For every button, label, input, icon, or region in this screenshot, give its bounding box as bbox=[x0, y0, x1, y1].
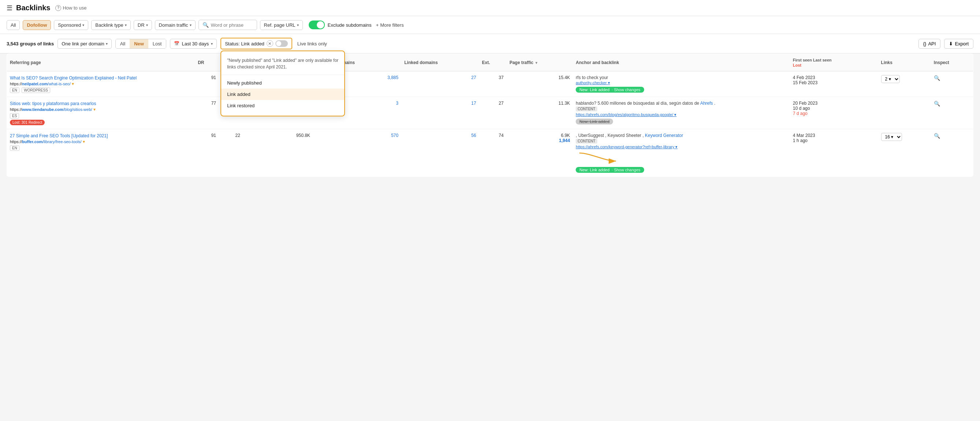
tab-group: All New Lost bbox=[115, 39, 167, 49]
links-cell-2 bbox=[878, 97, 931, 129]
date-range-button[interactable]: 📅 Last 30 days ▾ bbox=[170, 39, 217, 49]
page-traffic-cell-1: 15.4K bbox=[506, 71, 573, 97]
ref-page-title-1[interactable]: What Is SEO? Search Engine Optimization … bbox=[10, 75, 137, 81]
ext-cell-3: 74 bbox=[479, 129, 506, 176]
exclude-subdomains-toggle[interactable] bbox=[309, 21, 325, 29]
filter-sponsored-button[interactable]: Sponsored ▾ bbox=[54, 20, 88, 30]
ref-page-cell-3: 27 Simple and Free SEO Tools [Updated fo… bbox=[7, 129, 195, 176]
tab-new[interactable]: New bbox=[130, 39, 148, 48]
url-expand-icon-3[interactable]: ▾ bbox=[83, 139, 85, 144]
date-range-chevron-icon: ▾ bbox=[211, 42, 213, 46]
plus-icon: + bbox=[376, 22, 379, 28]
dropdown-item-newly-published[interactable]: Newly published bbox=[221, 77, 344, 89]
links-dropdown-1[interactable]: 2 ▾ bbox=[881, 75, 900, 83]
ext-cell-2: 27 bbox=[479, 97, 506, 129]
more-filters-button[interactable]: + More filters bbox=[376, 22, 404, 28]
referring-domains-link-3[interactable]: 570 bbox=[391, 133, 398, 138]
col-header-first-last-seen: First seen Last seen Lost bbox=[790, 54, 878, 71]
search-icon: 🔍 bbox=[202, 22, 209, 28]
word-phrase-search[interactable]: 🔍 bbox=[199, 20, 257, 30]
target-url-3[interactable]: https://ahrefs.com/keyword-generator?ref… bbox=[576, 145, 678, 149]
ref-page-title-2[interactable]: Sitios web: tipos y plataformas para cre… bbox=[10, 101, 96, 106]
col-header-ext[interactable]: Ext. bbox=[479, 54, 506, 71]
col-header-dr[interactable]: DR bbox=[195, 54, 219, 71]
filter-dofollow-button[interactable]: Dofollow bbox=[23, 20, 51, 30]
linked-domains-link-1[interactable]: 27 bbox=[471, 75, 476, 80]
content-badge-2: CONTENT bbox=[576, 106, 597, 111]
referring-domains-link-2[interactable]: 3 bbox=[396, 101, 398, 106]
anchor-cell-2: hablando? 5.600 millones de búsquedas al… bbox=[573, 97, 790, 129]
first-seen-2: 20 Feb 2023 bbox=[793, 101, 875, 106]
linked-domains-cell-1: 27 bbox=[401, 71, 479, 97]
links-dropdown-3[interactable]: 16 ▾ bbox=[881, 133, 902, 141]
export-icon: ⬇ bbox=[949, 41, 953, 46]
status-dropdown-menu: "Newly published" and "Link added" are o… bbox=[221, 51, 345, 116]
inspect-cell-1: 🔍 bbox=[931, 71, 974, 97]
exclude-subdomains-label: Exclude subdomains bbox=[328, 22, 372, 28]
link-per-domain-dropdown[interactable]: One link per domain ▾ bbox=[57, 39, 111, 49]
how-to-use-link[interactable]: ? How to use bbox=[55, 5, 86, 11]
lang-tag-3: EN bbox=[10, 145, 19, 151]
status-pill[interactable]: Status: Link added ✕ bbox=[221, 38, 292, 49]
inspect-icon-3[interactable]: 🔍 bbox=[934, 133, 940, 139]
domain-traffic-label: Domain traffic bbox=[159, 22, 188, 28]
filter-all-button[interactable]: All bbox=[6, 20, 20, 30]
col-header-page-traffic[interactable]: Page traffic ▾ bbox=[506, 54, 573, 71]
status-clear-button[interactable]: ✕ bbox=[267, 40, 273, 47]
inspect-icon-2[interactable]: 🔍 bbox=[934, 101, 940, 106]
dropdown-item-link-restored[interactable]: Link restored bbox=[221, 100, 344, 111]
filter-domain-traffic-button[interactable]: Domain traffic ▾ bbox=[155, 20, 196, 30]
anchor-text-2: hablando? 5.600 millones de búsquedas al… bbox=[576, 101, 715, 106]
target-url-1[interactable]: authority-checker ▾ bbox=[576, 81, 610, 85]
status-badge-3[interactable]: New: Link added · Show changes bbox=[576, 167, 644, 173]
word-phrase-input[interactable] bbox=[211, 22, 251, 28]
lang-tag-1: EN bbox=[10, 87, 19, 93]
table-header-row: Referring page DR UR Domain traffic Refe… bbox=[7, 54, 974, 71]
top-bar: ☰ Backlinks ? How to use bbox=[0, 0, 980, 16]
status-badge-1[interactable]: New: Link added · Show changes bbox=[576, 87, 644, 93]
status-toggle-knob bbox=[276, 41, 281, 46]
filter-ref-page-url-button[interactable]: Ref. page URL ▾ bbox=[260, 20, 303, 30]
target-url-2[interactable]: https://ahrefs.com/blog/es/algoritmo-bus… bbox=[576, 113, 676, 117]
keyword-generator-link-3[interactable]: Keyword Generator bbox=[645, 133, 683, 138]
status-toggle[interactable] bbox=[275, 40, 288, 47]
ref-page-path-1: /what-is-seo/ bbox=[48, 82, 70, 86]
linked-domains-link-3[interactable]: 56 bbox=[471, 133, 476, 138]
col-header-linked-domains[interactable]: Linked domains bbox=[401, 54, 479, 71]
filter-dr-button[interactable]: DR ▾ bbox=[134, 20, 152, 30]
filter-bar: All Dofollow Sponsored ▾ Backlink type ▾… bbox=[0, 16, 980, 34]
table-wrap: Referring page DR UR Domain traffic Refe… bbox=[0, 54, 980, 184]
ext-cell-1: 37 bbox=[479, 71, 506, 97]
show-changes-1[interactable]: · Show changes bbox=[612, 87, 640, 92]
status-label: Status: Link added bbox=[225, 41, 264, 46]
page-traffic-sort-icon: ▾ bbox=[535, 61, 537, 65]
last-seen-1: 15 Feb 2023 bbox=[793, 80, 875, 85]
help-icon: ? bbox=[55, 5, 61, 11]
ref-page-title-3[interactable]: 27 Simple and Free SEO Tools [Updated fo… bbox=[10, 133, 108, 138]
api-button[interactable]: {} API bbox=[918, 39, 941, 49]
col-header-ref-page[interactable]: Referring page bbox=[7, 54, 195, 71]
more-filters-label: More filters bbox=[380, 22, 404, 28]
url-expand-icon-1[interactable]: ▾ bbox=[72, 81, 74, 86]
orange-arrow-svg bbox=[576, 150, 620, 165]
status-dropdown-wrap: Status: Link added ✕ "Newly published" a… bbox=[221, 38, 292, 49]
hamburger-icon[interactable]: ☰ bbox=[6, 4, 13, 12]
referring-domains-link-1[interactable]: 3,885 bbox=[387, 75, 398, 80]
ur-cell-3: 22 bbox=[219, 129, 243, 176]
show-changes-3[interactable]: · Show changes bbox=[612, 168, 640, 172]
link-per-domain-label: One link per domain bbox=[62, 41, 104, 46]
ref-page-cell-1: What Is SEO? Search Engine Optimization … bbox=[7, 71, 195, 97]
dropdown-item-link-added[interactable]: Link added bbox=[221, 89, 344, 100]
tab-all[interactable]: All bbox=[116, 39, 130, 48]
linked-domains-link-2[interactable]: 17 bbox=[471, 101, 476, 106]
content-badge-3: CONTENT bbox=[576, 139, 597, 143]
tab-lost[interactable]: Lost bbox=[148, 39, 166, 48]
cms-tag-1: WORDPRESS bbox=[22, 87, 50, 93]
export-button[interactable]: ⬇ Export bbox=[944, 39, 974, 49]
inspect-icon-1[interactable]: 🔍 bbox=[934, 75, 940, 81]
inspect-cell-2: 🔍 bbox=[931, 97, 974, 129]
url-expand-icon-2[interactable]: ▾ bbox=[93, 107, 95, 112]
ahrefs-link-2[interactable]: Ahrefs bbox=[700, 101, 713, 106]
groups-count: 3,543 groups of links bbox=[6, 41, 54, 46]
filter-backlink-type-button[interactable]: Backlink type ▾ bbox=[91, 20, 131, 30]
